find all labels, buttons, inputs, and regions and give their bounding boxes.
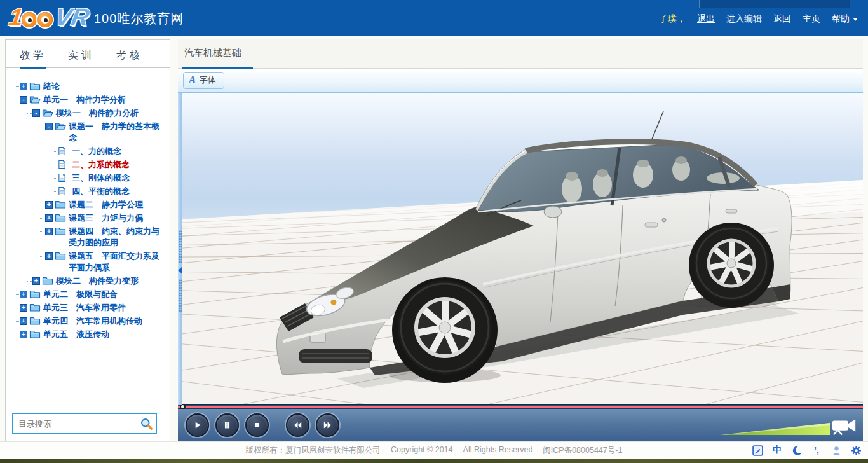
tree-item[interactable]: -模块一 构件静力分析 xyxy=(13,107,167,119)
site-title: 100唯尔教育网 xyxy=(94,10,184,27)
folder-closed-icon xyxy=(29,289,41,299)
expand-plus-icon[interactable]: + xyxy=(45,228,53,235)
tree-item[interactable]: +模块二 构件受力变形 xyxy=(13,275,167,287)
folder-open-icon xyxy=(29,95,41,104)
font-button[interactable]: A 字体 xyxy=(183,72,224,89)
play-button[interactable] xyxy=(186,413,209,437)
tree-connector xyxy=(40,251,44,257)
expand-plus-icon[interactable]: + xyxy=(45,214,53,222)
tree-item-label[interactable]: 模块一 构件静力分析 xyxy=(56,107,139,119)
tree-item-label[interactable]: 四、平衡的概念 xyxy=(72,186,130,197)
header-links: 子璞， 退出进入编辑返回主页帮助 xyxy=(659,13,858,25)
stop-button[interactable] xyxy=(245,413,269,437)
tree-item-label[interactable]: 课题三 力矩与力偶 xyxy=(69,212,143,224)
tree-item[interactable]: +单元二 极限与配合 xyxy=(13,289,167,300)
tree-item[interactable]: +课题三 力矩与力偶 xyxy=(13,212,167,224)
3d-viewport[interactable] xyxy=(178,93,863,404)
viewer-toolbar: A 字体 xyxy=(178,69,863,93)
tree-item-label[interactable]: 课题四 约束、约束力与受力图的应用 xyxy=(69,226,167,249)
expand-plus-icon[interactable]: + xyxy=(45,252,53,260)
tree-item-label[interactable]: 一、力的概念 xyxy=(72,146,121,157)
application-window: 1 VR 100唯尔教育网 子璞， 退出进入编辑返回主页帮助 教学 实训 考核 … xyxy=(0,0,868,463)
tree-item[interactable]: +单元五 液压传动 xyxy=(13,329,167,340)
site-logo[interactable]: 1 VR xyxy=(9,4,89,31)
expand-plus-icon[interactable]: + xyxy=(20,304,27,312)
volume-wedge-icon[interactable] xyxy=(721,422,830,436)
tree-item[interactable]: +课题四 约束、约束力与受力图的应用 xyxy=(13,226,167,249)
header-link-5[interactable]: 帮助 xyxy=(832,13,858,25)
tree-item-label[interactable]: 课题二 静力学公理 xyxy=(69,199,143,211)
tree-item-label[interactable]: 三、刚体的概念 xyxy=(72,172,130,184)
tree-item[interactable]: -课题一 静力学的基本概念 xyxy=(13,121,167,144)
collapse-minus-icon[interactable]: - xyxy=(45,123,53,130)
folder-open-icon xyxy=(42,108,53,118)
tree-connector xyxy=(15,329,19,335)
pause-button[interactable] xyxy=(215,413,239,437)
tree-item-label[interactable]: 单元一 构件力学分析 xyxy=(43,94,126,106)
top-header: 1 VR 100唯尔教育网 子璞， 退出进入编辑返回主页帮助 xyxy=(0,0,868,36)
logged-in-user: 子璞， xyxy=(659,13,686,25)
expand-plus-icon[interactable]: + xyxy=(32,277,40,285)
rewind-button[interactable] xyxy=(286,413,309,437)
tree-item[interactable]: +课题二 静力学公理 xyxy=(13,199,167,211)
font-button-label: 字体 xyxy=(200,74,216,86)
user-icon[interactable] xyxy=(831,445,842,456)
settings-gear-icon[interactable] xyxy=(850,445,862,456)
tree-item[interactable]: +绪论 xyxy=(13,81,167,92)
tree-item[interactable]: +单元四 汽车常用机构传动 xyxy=(13,315,167,327)
header-link-3[interactable]: 返回 xyxy=(773,13,791,25)
tab-training[interactable]: 实训 xyxy=(68,49,95,67)
search-icon[interactable] xyxy=(140,417,153,430)
tree-item[interactable]: 一、力的概念 xyxy=(13,146,167,157)
folder-closed-icon xyxy=(29,81,41,91)
input-pen-icon[interactable] xyxy=(752,445,763,456)
tree-item[interactable]: 二、力系的概念 xyxy=(13,159,167,170)
header-link-4[interactable]: 主页 xyxy=(803,13,820,25)
course-tree: +绪论-单元一 构件力学分析-模块一 构件静力分析-课题一 静力学的基本概念一、… xyxy=(6,73,170,404)
document-icon xyxy=(58,160,69,169)
tree-item[interactable]: -单元一 构件力学分析 xyxy=(13,94,167,106)
tree-item-label[interactable]: 单元二 极限与配合 xyxy=(43,289,118,300)
expand-plus-icon[interactable]: + xyxy=(45,201,53,209)
tree-connector xyxy=(40,199,44,205)
tree-item-label[interactable]: 单元四 汽车常用机构传动 xyxy=(43,315,142,327)
search-input[interactable] xyxy=(12,413,157,434)
logo-eye-zero-icon xyxy=(22,12,37,27)
expand-plus-icon[interactable]: + xyxy=(20,317,27,325)
header-link-1[interactable]: 退出 xyxy=(697,13,715,25)
tree-item-label[interactable]: 课题五 平面汇交力系及平面力偶系 xyxy=(69,251,167,273)
tab-assessment[interactable]: 考核 xyxy=(116,49,143,67)
folder-open-icon xyxy=(55,121,66,131)
expand-plus-icon[interactable]: + xyxy=(20,291,27,298)
punctuation-icon[interactable]: ’, xyxy=(811,445,822,456)
folder-closed-icon xyxy=(55,226,66,236)
collapse-minus-icon[interactable]: - xyxy=(32,109,40,117)
fast-forward-button[interactable] xyxy=(316,413,339,437)
tree-item[interactable]: +单元三 汽车常用零件 xyxy=(13,302,167,314)
tab-teaching[interactable]: 教学 xyxy=(20,49,46,69)
video-camera-icon[interactable] xyxy=(831,417,858,436)
tree-item[interactable]: 四、平衡的概念 xyxy=(13,186,167,197)
collapse-arrow-icon[interactable] xyxy=(178,267,182,273)
expand-plus-icon[interactable]: + xyxy=(20,83,27,90)
tree-item-label[interactable]: 课题一 静力学的基本概念 xyxy=(69,121,167,144)
tree-item-label[interactable]: 单元三 汽车常用零件 xyxy=(43,302,126,314)
page-footer: 版权所有：厦门凤凰创壹软件有限公司 Copyright © 2014 All R… xyxy=(0,441,868,459)
logo-eye-zero-icon xyxy=(37,12,53,27)
icp-license: 闽ICP备08005447号-1 xyxy=(543,445,622,456)
chinese-mode-indicator[interactable]: 中 xyxy=(771,445,783,456)
moon-icon[interactable] xyxy=(791,445,803,456)
collapse-minus-icon[interactable]: - xyxy=(20,96,27,104)
tree-item-label[interactable]: 绪论 xyxy=(43,81,60,92)
logo-digit-1: 1 xyxy=(7,4,23,31)
tree-item-label[interactable]: 模块二 构件受力变形 xyxy=(56,275,139,287)
tree-item[interactable]: 三、刚体的概念 xyxy=(13,172,167,184)
tree-item-label[interactable]: 二、力系的概念 xyxy=(72,159,130,170)
playback-progress-bar[interactable] xyxy=(178,404,863,409)
sidebar-collapse-splitter[interactable] xyxy=(178,93,182,405)
tab-course-auto-mechanics[interactable]: 汽车机械基础 xyxy=(184,47,241,59)
tree-item-label[interactable]: 单元五 液压传动 xyxy=(43,329,109,340)
expand-plus-icon[interactable]: + xyxy=(20,331,27,338)
header-link-2[interactable]: 进入编辑 xyxy=(726,13,762,25)
tree-item[interactable]: +课题五 平面汇交力系及平面力偶系 xyxy=(13,251,167,273)
